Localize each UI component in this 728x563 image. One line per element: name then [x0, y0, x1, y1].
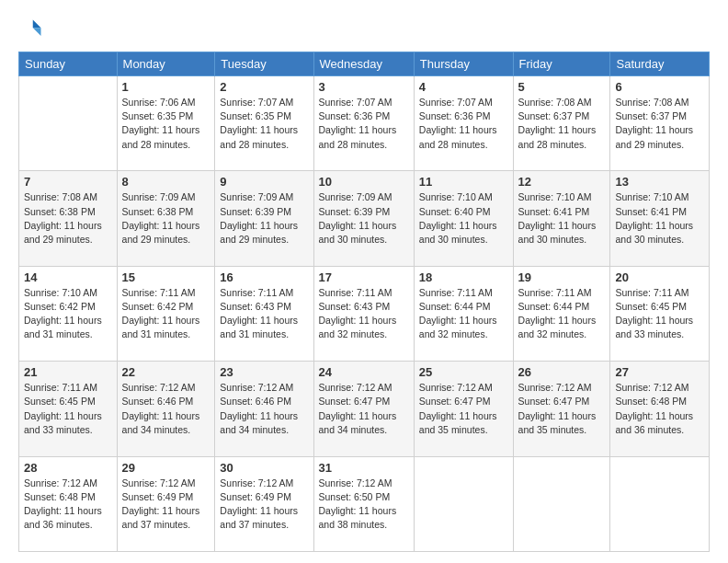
weekday-header-wednesday: Wednesday [313, 52, 414, 76]
weekday-header-sunday: Sunday [19, 52, 118, 76]
day-info: Sunrise: 7:11 AM Sunset: 6:45 PM Dayligh… [615, 286, 704, 342]
weekday-header-row: SundayMondayTuesdayWednesdayThursdayFrid… [19, 52, 710, 76]
calendar-cell: 22Sunrise: 7:12 AM Sunset: 6:46 PM Dayli… [117, 362, 215, 456]
day-number: 19 [518, 270, 606, 284]
calendar-cell: 13Sunrise: 7:10 AM Sunset: 6:41 PM Dayli… [610, 171, 710, 266]
day-number: 27 [615, 365, 704, 379]
day-info: Sunrise: 7:11 AM Sunset: 6:43 PM Dayligh… [319, 286, 409, 342]
day-info: Sunrise: 7:12 AM Sunset: 6:47 PM Dayligh… [518, 381, 606, 437]
day-info: Sunrise: 7:10 AM Sunset: 6:40 PM Dayligh… [419, 190, 508, 247]
day-info: Sunrise: 7:11 AM Sunset: 6:44 PM Dayligh… [518, 286, 606, 342]
day-info: Sunrise: 7:07 AM Sunset: 6:35 PM Dayligh… [220, 96, 308, 152]
weekday-header-friday: Friday [513, 52, 610, 76]
day-info: Sunrise: 7:10 AM Sunset: 6:42 PM Dayligh… [24, 286, 112, 342]
calendar-cell: 17Sunrise: 7:11 AM Sunset: 6:43 PM Dayli… [313, 266, 414, 361]
day-number: 29 [122, 461, 210, 475]
day-info: Sunrise: 7:07 AM Sunset: 6:36 PM Dayligh… [319, 96, 409, 152]
calendar-cell: 1Sunrise: 7:06 AM Sunset: 6:35 PM Daylig… [117, 76, 215, 171]
weekday-header-monday: Monday [117, 52, 215, 76]
day-number: 21 [24, 365, 112, 379]
day-number: 4 [419, 80, 508, 94]
day-info: Sunrise: 7:08 AM Sunset: 6:37 PM Dayligh… [615, 96, 704, 152]
day-number: 31 [319, 461, 409, 475]
day-number: 18 [419, 270, 508, 284]
calendar-cell: 26Sunrise: 7:12 AM Sunset: 6:47 PM Dayli… [513, 362, 610, 456]
logo [18, 17, 48, 42]
calendar-cell [610, 456, 710, 551]
day-info: Sunrise: 7:12 AM Sunset: 6:49 PM Dayligh… [220, 477, 308, 533]
calendar-cell: 29Sunrise: 7:12 AM Sunset: 6:49 PM Dayli… [117, 456, 215, 551]
calendar-cell: 4Sunrise: 7:07 AM Sunset: 6:36 PM Daylig… [414, 76, 513, 171]
calendar-cell: 5Sunrise: 7:08 AM Sunset: 6:37 PM Daylig… [513, 76, 610, 171]
day-number: 11 [419, 175, 508, 189]
day-info: Sunrise: 7:07 AM Sunset: 6:36 PM Dayligh… [419, 96, 508, 152]
calendar-week-4: 21Sunrise: 7:11 AM Sunset: 6:45 PM Dayli… [19, 362, 710, 456]
calendar-cell: 20Sunrise: 7:11 AM Sunset: 6:45 PM Dayli… [610, 266, 710, 361]
calendar-cell: 6Sunrise: 7:08 AM Sunset: 6:37 PM Daylig… [610, 76, 710, 171]
svg-marker-0 [33, 20, 41, 29]
day-number: 7 [24, 175, 112, 189]
day-info: Sunrise: 7:12 AM Sunset: 6:50 PM Dayligh… [319, 477, 409, 533]
day-info: Sunrise: 7:12 AM Sunset: 6:49 PM Dayligh… [122, 477, 210, 533]
day-info: Sunrise: 7:12 AM Sunset: 6:46 PM Dayligh… [122, 381, 210, 437]
day-info: Sunrise: 7:09 AM Sunset: 6:39 PM Dayligh… [319, 190, 409, 247]
day-info: Sunrise: 7:12 AM Sunset: 6:47 PM Dayligh… [419, 381, 508, 437]
day-number: 12 [518, 175, 606, 189]
day-number: 17 [319, 270, 409, 284]
calendar-cell: 2Sunrise: 7:07 AM Sunset: 6:35 PM Daylig… [215, 76, 313, 171]
day-number: 24 [319, 365, 409, 379]
calendar-cell: 27Sunrise: 7:12 AM Sunset: 6:48 PM Dayli… [610, 362, 710, 456]
day-number: 14 [24, 270, 112, 284]
weekday-header-thursday: Thursday [414, 52, 513, 76]
calendar-cell: 9Sunrise: 7:09 AM Sunset: 6:39 PM Daylig… [215, 171, 313, 266]
day-info: Sunrise: 7:09 AM Sunset: 6:38 PM Dayligh… [122, 190, 210, 247]
calendar-cell: 3Sunrise: 7:07 AM Sunset: 6:36 PM Daylig… [313, 76, 414, 171]
day-number: 3 [319, 80, 409, 94]
calendar-cell: 19Sunrise: 7:11 AM Sunset: 6:44 PM Dayli… [513, 266, 610, 361]
calendar-cell: 14Sunrise: 7:10 AM Sunset: 6:42 PM Dayli… [19, 266, 118, 361]
day-number: 22 [122, 365, 210, 379]
day-info: Sunrise: 7:10 AM Sunset: 6:41 PM Dayligh… [615, 190, 704, 247]
calendar-week-2: 7Sunrise: 7:08 AM Sunset: 6:38 PM Daylig… [19, 171, 710, 266]
page: SundayMondayTuesdayWednesdayThursdayFrid… [0, 0, 728, 563]
calendar-cell: 7Sunrise: 7:08 AM Sunset: 6:38 PM Daylig… [19, 171, 118, 266]
day-info: Sunrise: 7:08 AM Sunset: 6:37 PM Dayligh… [518, 96, 606, 152]
calendar-cell: 10Sunrise: 7:09 AM Sunset: 6:39 PM Dayli… [313, 171, 414, 266]
day-number: 1 [122, 80, 210, 94]
day-info: Sunrise: 7:11 AM Sunset: 6:45 PM Dayligh… [24, 381, 112, 437]
day-number: 23 [220, 365, 308, 379]
calendar-cell: 11Sunrise: 7:10 AM Sunset: 6:40 PM Dayli… [414, 171, 513, 266]
calendar-cell: 12Sunrise: 7:10 AM Sunset: 6:41 PM Dayli… [513, 171, 610, 266]
day-number: 25 [419, 365, 508, 379]
day-info: Sunrise: 7:11 AM Sunset: 6:44 PM Dayligh… [419, 286, 508, 342]
header [18, 17, 710, 42]
day-number: 30 [220, 461, 308, 475]
logo-icon [18, 17, 44, 42]
day-number: 10 [319, 175, 409, 189]
day-number: 8 [122, 175, 210, 189]
day-number: 13 [615, 175, 704, 189]
day-info: Sunrise: 7:09 AM Sunset: 6:39 PM Dayligh… [220, 190, 308, 247]
day-info: Sunrise: 7:08 AM Sunset: 6:38 PM Dayligh… [24, 190, 112, 247]
svg-marker-1 [33, 28, 41, 36]
day-info: Sunrise: 7:06 AM Sunset: 6:35 PM Dayligh… [122, 96, 210, 152]
calendar-cell [513, 456, 610, 551]
day-number: 15 [122, 270, 210, 284]
calendar-cell: 30Sunrise: 7:12 AM Sunset: 6:49 PM Dayli… [215, 456, 313, 551]
day-number: 20 [615, 270, 704, 284]
day-info: Sunrise: 7:11 AM Sunset: 6:43 PM Dayligh… [220, 286, 308, 342]
calendar-cell: 25Sunrise: 7:12 AM Sunset: 6:47 PM Dayli… [414, 362, 513, 456]
calendar-week-3: 14Sunrise: 7:10 AM Sunset: 6:42 PM Dayli… [19, 266, 710, 361]
calendar-cell: 23Sunrise: 7:12 AM Sunset: 6:46 PM Dayli… [215, 362, 313, 456]
day-info: Sunrise: 7:12 AM Sunset: 6:48 PM Dayligh… [615, 381, 704, 437]
day-info: Sunrise: 7:11 AM Sunset: 6:42 PM Dayligh… [122, 286, 210, 342]
calendar-cell: 8Sunrise: 7:09 AM Sunset: 6:38 PM Daylig… [117, 171, 215, 266]
calendar-cell: 18Sunrise: 7:11 AM Sunset: 6:44 PM Dayli… [414, 266, 513, 361]
day-number: 5 [518, 80, 606, 94]
calendar-cell: 15Sunrise: 7:11 AM Sunset: 6:42 PM Dayli… [117, 266, 215, 361]
calendar-table: SundayMondayTuesdayWednesdayThursdayFrid… [18, 52, 710, 552]
weekday-header-tuesday: Tuesday [215, 52, 313, 76]
calendar-cell [414, 456, 513, 551]
calendar-week-1: 1Sunrise: 7:06 AM Sunset: 6:35 PM Daylig… [19, 76, 710, 171]
day-info: Sunrise: 7:12 AM Sunset: 6:46 PM Dayligh… [220, 381, 308, 437]
